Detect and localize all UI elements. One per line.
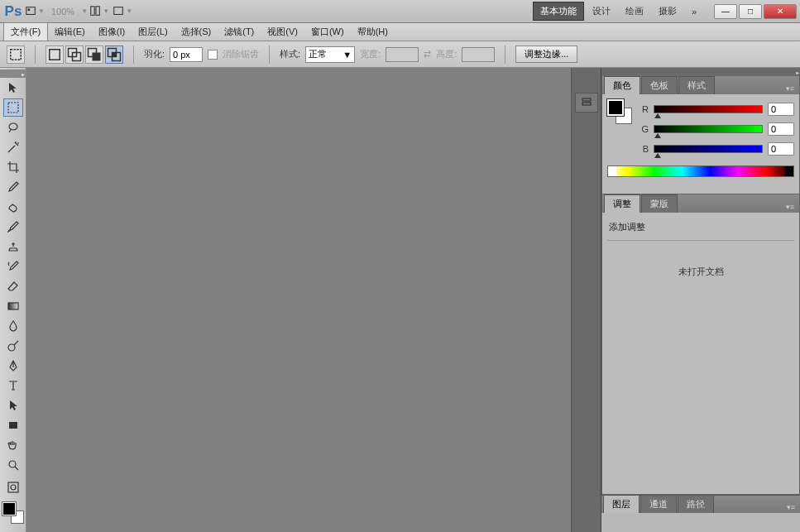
healing-brush-tool[interactable] [3, 198, 23, 216]
bridge-icon[interactable]: ▼ [25, 3, 45, 20]
dodge-tool[interactable] [3, 337, 23, 355]
history-brush-tool[interactable] [3, 257, 23, 276]
svg-rect-5 [11, 49, 22, 60]
menu-select[interactable]: 选择(S) [175, 23, 218, 41]
menu-window[interactable]: 窗口(W) [304, 23, 351, 41]
style-select[interactable]: 正常▼ [305, 46, 355, 63]
feather-input[interactable] [170, 47, 203, 62]
tab-styles[interactable]: 样式 [678, 76, 715, 94]
refine-edge-button[interactable]: 调整边缘... [515, 46, 577, 63]
workspace-more[interactable]: » [685, 4, 703, 19]
path-selection-tool[interactable] [3, 396, 23, 415]
red-slider-row: R [639, 99, 794, 119]
tools-panel [0, 68, 26, 532]
chevron-down-icon: ▼ [343, 50, 352, 60]
right-panel-group: 颜色 色板 样式 ▾≡ R G [601, 68, 800, 532]
r-value-input[interactable] [768, 103, 794, 116]
adjustments-panel-menu-icon[interactable]: ▾≡ [781, 201, 799, 213]
gradient-tool[interactable] [3, 297, 23, 315]
tab-paths[interactable]: 路径 [678, 495, 714, 513]
screen-mode-icon[interactable]: ▼ [113, 3, 132, 20]
color-panel: 颜色 色板 样式 ▾≡ R G [601, 76, 800, 194]
r-slider[interactable] [654, 105, 763, 113]
svg-rect-13 [113, 52, 117, 56]
move-tool[interactable] [3, 79, 23, 97]
rectangle-tool[interactable] [3, 416, 23, 434]
menu-view[interactable]: 视图(V) [261, 23, 304, 41]
tool-preset-icon[interactable] [7, 46, 25, 64]
hand-tool[interactable] [3, 436, 23, 454]
height-input [462, 47, 495, 62]
history-panel-icon[interactable] [575, 93, 598, 113]
b-value-input[interactable] [768, 142, 794, 156]
antialias-checkbox [208, 50, 218, 60]
menu-filter[interactable]: 滤镜(T) [218, 23, 261, 41]
maximize-button[interactable]: □ [739, 4, 762, 19]
svg-point-17 [8, 344, 15, 351]
menu-file[interactable]: 文件(F) [3, 22, 48, 41]
workspace-painting[interactable]: 绘画 [619, 2, 650, 20]
clone-stamp-tool[interactable] [3, 237, 23, 256]
quick-mask-tool[interactable] [3, 478, 23, 496]
tab-color[interactable]: 颜色 [604, 76, 640, 94]
b-slider[interactable] [654, 145, 763, 153]
color-panel-menu-icon[interactable]: ▾≡ [781, 83, 799, 94]
document-canvas[interactable] [26, 68, 572, 532]
svg-rect-14 [8, 103, 18, 113]
tab-adjustments[interactable]: 调整 [604, 194, 640, 213]
tab-swatches[interactable]: 色板 [641, 76, 678, 94]
selection-add-icon[interactable] [65, 46, 84, 64]
tools-collapse-handle[interactable] [0, 69, 26, 78]
eraser-tool[interactable] [3, 277, 23, 295]
minimize-button[interactable]: — [714, 4, 737, 19]
r-label: R [639, 104, 649, 114]
zoom-level[interactable]: 100% [51, 7, 74, 17]
window-controls: — □ ✕ [712, 4, 797, 19]
tab-channels[interactable]: 通道 [640, 495, 677, 513]
menu-help[interactable]: 帮助(H) [351, 23, 395, 41]
color-panel-tabs: 颜色 色板 样式 ▾≡ [602, 76, 799, 94]
color-spectrum[interactable] [607, 165, 794, 177]
panel-color-swatches[interactable] [607, 99, 632, 124]
swap-wh-icon: ⇄ [424, 49, 431, 60]
brush-tool[interactable] [3, 218, 23, 236]
menu-edit[interactable]: 编辑(E) [48, 23, 92, 41]
g-value-input[interactable] [768, 122, 794, 136]
color-swatches[interactable] [2, 502, 24, 524]
g-slider[interactable] [654, 125, 763, 133]
zoom-dropdown-icon[interactable]: ▼ [81, 7, 88, 15]
g-label: G [639, 124, 649, 134]
tab-masks[interactable]: 蒙版 [641, 194, 678, 213]
type-tool[interactable] [3, 376, 23, 395]
b-label: B [639, 144, 649, 154]
blur-tool[interactable] [3, 317, 23, 335]
lasso-tool[interactable] [3, 118, 23, 137]
selection-intersect-icon[interactable] [105, 46, 123, 64]
eyedropper-tool[interactable] [3, 178, 23, 196]
zoom-tool[interactable] [3, 456, 23, 474]
workspace-design[interactable]: 设计 [586, 2, 617, 20]
arrange-docs-icon[interactable]: ▼ [89, 3, 109, 20]
selection-subtract-icon[interactable] [85, 46, 103, 64]
panels-collapse-handle[interactable] [601, 68, 800, 76]
svg-rect-4 [114, 7, 123, 15]
close-button[interactable]: ✕ [764, 4, 797, 19]
antialias-label: 消除锯齿 [223, 48, 259, 60]
workspace-basic[interactable]: 基本功能 [533, 2, 584, 21]
foreground-swatch[interactable] [2, 502, 16, 515]
menu-layer[interactable]: 图层(L) [132, 23, 174, 41]
workspace-photography[interactable]: 摄影 [652, 2, 683, 20]
pen-tool[interactable] [3, 357, 23, 375]
crop-tool[interactable] [3, 158, 23, 176]
selection-new-icon[interactable] [46, 46, 64, 64]
menu-image[interactable]: 图像(I) [92, 23, 132, 41]
add-adjustment-label: 添加调整 [607, 218, 794, 237]
panel-foreground-swatch[interactable] [607, 99, 624, 116]
tab-layers[interactable]: 图层 [603, 495, 640, 513]
svg-rect-6 [50, 49, 60, 60]
layers-panel-menu-icon[interactable]: ▾≡ [782, 501, 800, 513]
svg-point-19 [9, 461, 16, 467]
magic-wand-tool[interactable] [3, 138, 23, 156]
no-document-message: 未打开文档 [607, 266, 794, 278]
marquee-tool[interactable] [3, 98, 23, 117]
